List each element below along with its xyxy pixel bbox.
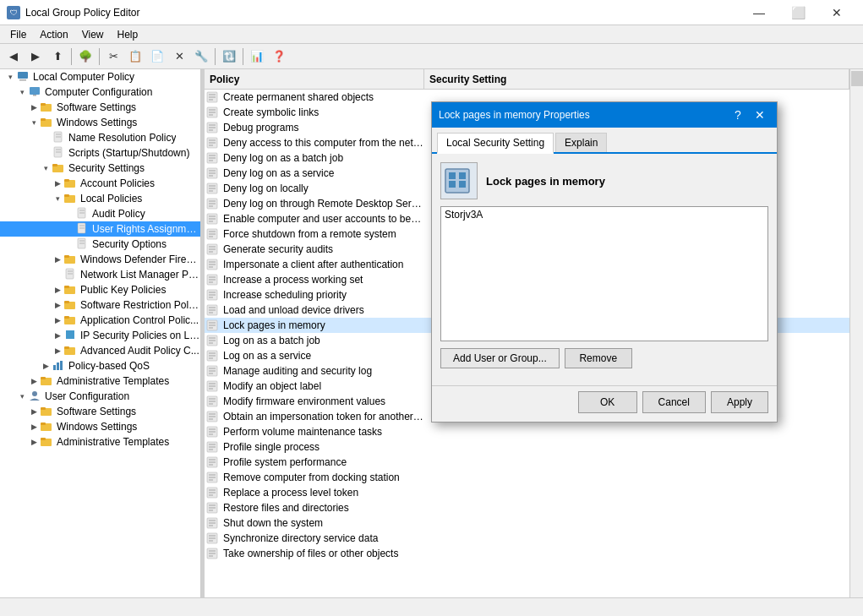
list-row-24[interactable]: Profile single process <box>205 439 849 455</box>
tree-item-user-rights-assignment[interactable]: User Rights Assignme... <box>0 221 200 237</box>
restore-button[interactable]: ⬜ <box>778 0 817 25</box>
tree-expand-advanced-audit-policy[interactable]: ▶ <box>51 344 64 357</box>
remove-button[interactable]: Remove <box>565 348 632 368</box>
tree-item-security-settings[interactable]: ▾Security Settings <box>0 161 200 176</box>
list-row-28[interactable]: Restore files and directories <box>205 500 849 515</box>
tree-item-windows-settings-user[interactable]: ▶Windows Settings <box>0 419 200 434</box>
toolbar-copy[interactable]: 📋 <box>125 46 145 67</box>
tree-expand-windows-settings[interactable]: ▾ <box>27 116 41 129</box>
toolbar-cut[interactable]: ✂ <box>103 46 123 67</box>
tree-expand-admin-templates-user[interactable]: ▶ <box>27 435 41 449</box>
add-user-group-button[interactable]: Add User or Group... <box>440 348 560 368</box>
tab-explain[interactable]: Explain <box>555 133 607 152</box>
tree-label-security-options: Security Options <box>92 238 167 250</box>
tree-item-public-key-policies[interactable]: ▶Public Key Policies <box>0 282 200 297</box>
apply-button[interactable]: Apply <box>711 391 768 413</box>
toolbar-up[interactable]: ⬆ <box>47 46 68 67</box>
list-row-27[interactable]: Replace a process level token <box>205 485 849 500</box>
toolbar-help[interactable]: ❓ <box>269 46 289 67</box>
list-row-icon-21 <box>205 394 220 409</box>
list-row-policy-21: Modify firmware environment values <box>220 395 427 407</box>
tree-item-application-control[interactable]: ▶Application Control Polic... <box>0 313 200 328</box>
list-row-25[interactable]: Profile system performance <box>205 455 849 470</box>
menu-file[interactable]: File <box>3 27 33 42</box>
tab-local-security-setting[interactable]: Local Security Setting <box>437 133 554 154</box>
tree-item-software-settings-user[interactable]: ▶Software Settings <box>0 404 200 419</box>
list-row-29[interactable]: Shut down the system <box>205 515 849 531</box>
close-button[interactable]: ✕ <box>817 0 856 25</box>
tree-expand-software-settings[interactable]: ▶ <box>27 101 41 114</box>
toolbar-forward[interactable]: ▶ <box>25 46 46 67</box>
toolbar-back[interactable]: ◀ <box>3 46 24 67</box>
toolbar-delete[interactable]: ✕ <box>169 46 189 67</box>
list-row-26[interactable]: Remove computer from docking station <box>205 470 849 485</box>
tree-item-security-options[interactable]: Security Options <box>0 237 200 252</box>
svg-rect-182 <box>459 172 466 179</box>
dialog-close-button[interactable]: ✕ <box>750 106 770 124</box>
tree-item-software-restriction[interactable]: ▶Software Restriction Polic... <box>0 297 200 313</box>
tree-item-account-policies[interactable]: ▶Account Policies <box>0 176 200 191</box>
dialog-list-box[interactable]: Storjv3A <box>440 206 768 341</box>
col-policy-header[interactable]: Policy <box>205 69 424 89</box>
list-row-icon-18 <box>205 348 220 363</box>
cancel-button[interactable]: Cancel <box>642 391 706 413</box>
tree-item-advanced-audit-policy[interactable]: ▶Advanced Audit Policy C... <box>0 343 200 358</box>
list-row-23[interactable]: Perform volume maintenance tasks <box>205 424 849 439</box>
ok-button[interactable]: OK <box>578 391 637 413</box>
tree-item-ip-security[interactable]: ▶IP Security Policies on Lo... <box>0 328 200 343</box>
tree-item-computer-configuration[interactable]: ▾Computer Configuration <box>0 84 200 100</box>
tree-item-scripts[interactable]: Scripts (Startup/Shutdown) <box>0 145 200 161</box>
vertical-scrollbar[interactable] <box>849 69 863 597</box>
svg-rect-5 <box>41 103 46 106</box>
tree-expand-security-settings[interactable]: ▾ <box>39 161 52 175</box>
dialog-button-row: Add User or Group... Remove <box>440 348 768 368</box>
menu-view[interactable]: View <box>75 27 111 42</box>
tree-item-local-policies[interactable]: ▾Local Policies <box>0 191 200 206</box>
tree-expand-user-configuration[interactable]: ▾ <box>15 390 29 403</box>
menu-action[interactable]: Action <box>33 27 74 42</box>
dialog-help-button[interactable]: ? <box>728 106 748 124</box>
col-setting-header[interactable]: Security Setting <box>424 69 849 89</box>
tree-item-software-settings[interactable]: ▶Software Settings <box>0 100 200 115</box>
tree-item-audit-policy[interactable]: Audit Policy <box>0 206 200 221</box>
tree-expand-local-computer-policy[interactable]: ▾ <box>3 70 17 84</box>
dialog-list-item-0[interactable]: Storjv3A <box>441 207 767 222</box>
tree-expand-windows-settings-user[interactable]: ▶ <box>27 420 41 433</box>
toolbar-properties[interactable]: 🔧 <box>191 46 211 67</box>
list-row-policy-29: Shut down the system <box>220 517 427 529</box>
tree-item-windows-settings[interactable]: ▾Windows Settings <box>0 115 200 130</box>
list-row-policy-11: Generate security audits <box>220 243 427 255</box>
tree-expand-admin-templates-comp[interactable]: ▶ <box>27 374 41 388</box>
tree-expand-local-policies[interactable]: ▾ <box>51 192 64 205</box>
tree-item-policy-based-qos[interactable]: ▶Policy-based QoS <box>0 358 200 373</box>
menu-help[interactable]: Help <box>111 27 145 42</box>
tree-label-local-computer-policy: Local Computer Policy <box>33 71 134 83</box>
list-row-policy-16: Lock pages in memory <box>220 319 427 331</box>
minimize-button[interactable]: — <box>740 0 778 25</box>
tree-item-admin-templates-comp[interactable]: ▶Administrative Templates <box>0 373 200 389</box>
tree-expand-software-settings-user[interactable]: ▶ <box>27 405 41 418</box>
tree-item-windows-defender-firewall[interactable]: ▶Windows Defender Firew... <box>0 252 200 267</box>
tree-expand-application-control[interactable]: ▶ <box>51 313 64 327</box>
tree-expand-software-restriction[interactable]: ▶ <box>51 298 64 312</box>
tree-expand-computer-configuration[interactable]: ▾ <box>15 85 29 99</box>
list-row-icon-27 <box>205 485 220 500</box>
list-row-31[interactable]: Take ownership of files or other objects <box>205 546 849 561</box>
tree-expand-windows-defender-firewall[interactable]: ▶ <box>51 253 64 266</box>
tree-expand-policy-based-qos[interactable]: ▶ <box>39 359 52 373</box>
tree-item-name-resolution-policy[interactable]: Name Resolution Policy <box>0 130 200 145</box>
tree-item-local-computer-policy[interactable]: ▾Local Computer Policy <box>0 69 200 84</box>
toolbar-refresh[interactable]: 🔃 <box>219 46 239 67</box>
toolbar-paste[interactable]: 📄 <box>147 46 167 67</box>
dialog[interactable]: Lock pages in memory Properties ? ✕ Loca… <box>431 101 778 422</box>
toolbar-show-hide-tree[interactable]: 🌳 <box>75 46 96 67</box>
list-row-30[interactable]: Synchronize directory service data <box>205 531 849 546</box>
tree-panel[interactable]: ▾Local Computer Policy▾Computer Configur… <box>0 69 201 597</box>
tree-expand-public-key-policies[interactable]: ▶ <box>51 283 64 297</box>
tree-expand-account-policies[interactable]: ▶ <box>51 177 64 190</box>
tree-item-admin-templates-user[interactable]: ▶Administrative Templates <box>0 434 200 450</box>
tree-item-user-configuration[interactable]: ▾User Configuration <box>0 389 200 404</box>
tree-expand-ip-security[interactable]: ▶ <box>51 329 64 342</box>
toolbar-export[interactable]: 📊 <box>247 46 267 67</box>
tree-item-network-list-manager[interactable]: Network List Manager Po... <box>0 267 200 282</box>
